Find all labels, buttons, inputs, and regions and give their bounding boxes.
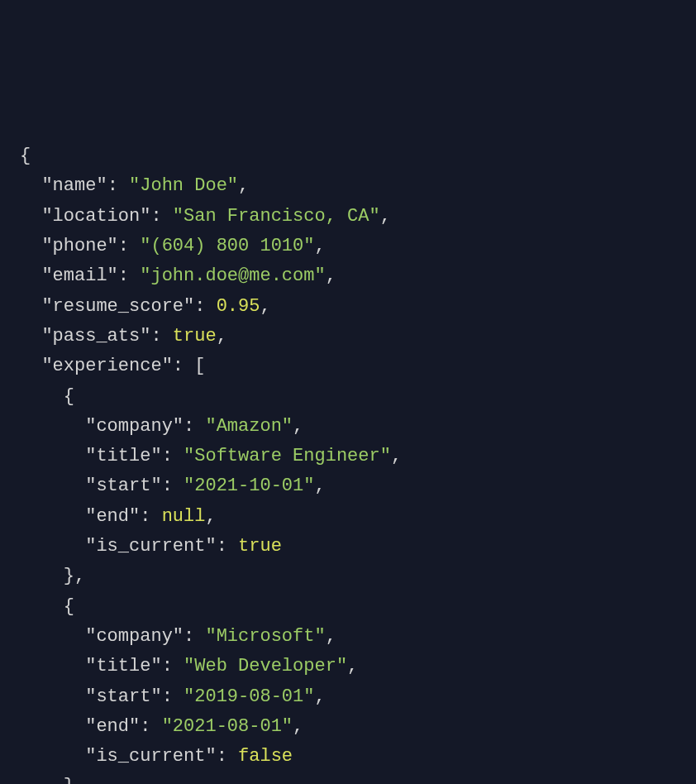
- json-key-resume-score: "resume_score": [41, 296, 194, 317]
- json-value-title: "Software Engineer": [184, 446, 391, 466]
- json-value-pass-ats: true: [173, 326, 217, 347]
- json-key-start: "start": [85, 686, 161, 707]
- json-key-phone: "phone": [41, 236, 117, 256]
- json-code-block: { "name": "John Doe", "location": "San F…: [20, 141, 676, 784]
- json-value-phone: "(604) 800 1010": [140, 236, 314, 256]
- json-value-start: "2021-10-01": [184, 476, 314, 496]
- json-value-start: "2019-08-01": [184, 686, 314, 707]
- json-key-end: "end": [85, 716, 140, 737]
- json-key-title: "title": [85, 446, 161, 466]
- json-value-end: null: [162, 506, 206, 527]
- json-key-email: "email": [41, 265, 117, 286]
- json-key-company: "company": [85, 416, 184, 437]
- json-value-title: "Web Developer": [184, 656, 347, 676]
- json-key-name: "name": [41, 175, 107, 196]
- json-value-company: "Amazon": [205, 416, 293, 437]
- json-value-name: "John Doe": [129, 175, 238, 196]
- json-key-is-current: "is_current": [85, 536, 216, 557]
- json-key-experience: "experience": [41, 356, 172, 376]
- json-key-title: "title": [85, 656, 161, 676]
- json-value-is-current: false: [238, 746, 293, 767]
- json-key-is-current: "is_current": [85, 746, 216, 767]
- json-value-location: "San Francisco, CA": [173, 206, 380, 227]
- json-value-resume-score: 0.95: [217, 296, 260, 317]
- json-value-email: "john.doe@me.com": [140, 265, 325, 286]
- json-key-location: "location": [41, 206, 150, 227]
- json-value-is-current: true: [238, 536, 282, 557]
- json-key-company: "company": [85, 626, 184, 647]
- json-key-end: "end": [85, 506, 140, 527]
- json-key-start: "start": [85, 476, 161, 496]
- json-value-company: "Microsoft": [205, 626, 325, 647]
- json-key-pass-ats: "pass_ats": [41, 326, 150, 347]
- json-value-end: "2021-08-01": [162, 716, 293, 737]
